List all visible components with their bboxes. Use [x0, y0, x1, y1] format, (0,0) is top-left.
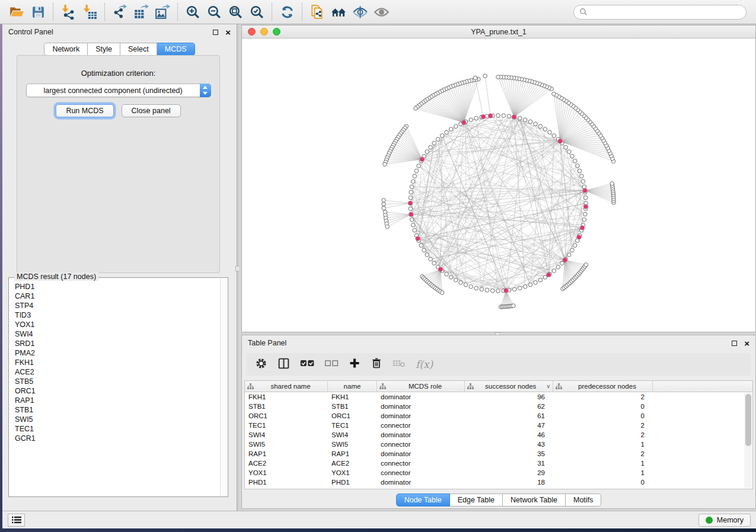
table-row[interactable]: ACE2ACE2connector311 — [245, 459, 752, 468]
table-settings-button[interactable] — [255, 357, 267, 372]
close-panel-icon[interactable]: × — [225, 30, 231, 35]
table-row[interactable]: SWI5SWI5connector431 — [245, 440, 752, 449]
task-history-button[interactable] — [8, 514, 25, 527]
mcds-result-item[interactable]: CAR1 — [10, 291, 220, 301]
close-panel-button[interactable]: Close panel — [122, 104, 181, 117]
network-graph[interactable] — [242, 39, 755, 332]
tab-network[interactable]: Network — [44, 43, 88, 56]
tab-node-table[interactable]: Node Table — [396, 493, 450, 507]
mcds-result-item[interactable]: TEC1 — [10, 424, 220, 434]
table-cell: 62 — [465, 402, 553, 411]
mcds-result-item[interactable]: ACE2 — [10, 367, 220, 377]
save-session-button[interactable] — [27, 2, 49, 22]
tab-style[interactable]: Style — [88, 43, 120, 56]
float-panel-icon[interactable] — [213, 30, 218, 35]
zoom-selected-button[interactable] — [246, 2, 267, 22]
table-row[interactable]: FKH1FKH1dominator962 — [245, 392, 752, 402]
table-cell: SWI4 — [245, 430, 328, 440]
mcds-result-item[interactable]: SWI4 — [10, 329, 220, 339]
search-field[interactable] — [573, 5, 747, 20]
mcds-result-item[interactable]: YOX1 — [10, 320, 220, 329]
toolbar-separator — [272, 3, 272, 21]
zoom-in-icon — [186, 5, 200, 20]
tab-network-table[interactable]: Network Table — [503, 493, 566, 507]
add-column-button[interactable] — [349, 357, 361, 371]
table-cell: ORC1 — [245, 411, 328, 421]
mcds-result-item[interactable]: PMA2 — [10, 348, 220, 358]
export-image-button[interactable] — [152, 2, 173, 22]
table-row[interactable]: RAP1RAP1dominator352 — [245, 449, 752, 459]
table-vscrollbar-thumb[interactable] — [745, 394, 751, 446]
refresh-button[interactable] — [276, 2, 298, 22]
table-row[interactable]: STB1STB1dominator620 — [245, 402, 752, 411]
tab-mcds[interactable]: MCDS — [157, 43, 195, 56]
table-cell: FKH1 — [245, 392, 328, 402]
mcds-result-item[interactable]: STP4 — [10, 301, 220, 310]
zoom-out-button[interactable] — [203, 2, 225, 22]
mcds-result-item[interactable]: TID3 — [10, 310, 220, 320]
search-input[interactable] — [591, 8, 741, 16]
duplicate-network-icon — [310, 4, 325, 20]
tab-select[interactable]: Select — [120, 43, 157, 56]
table-row[interactable]: PHD1PHD1dominator180 — [245, 477, 752, 487]
table-cell: 43 — [465, 440, 553, 449]
mcds-list-scrollbar[interactable] — [220, 278, 227, 496]
table-row[interactable]: SWI4SWI4dominator462 — [245, 430, 752, 440]
select-all-button[interactable] — [300, 358, 315, 370]
table-cell: YOX1 — [245, 468, 328, 477]
mcds-result-item[interactable]: RAP1 — [10, 396, 220, 405]
toolbar-separator — [53, 3, 53, 21]
mcds-result-item[interactable]: FKH1 — [10, 358, 220, 367]
right-area: YPA_prune.txt_1 Table Panel × — [239, 24, 756, 511]
memory-button[interactable]: Memory — [698, 514, 751, 527]
table-cell: connector — [377, 440, 465, 449]
tab-edge-table[interactable]: Edge Table — [450, 493, 503, 507]
table-row[interactable]: TEC1TEC1connector472 — [245, 421, 752, 430]
column-header-shared-name[interactable]: shared name — [245, 381, 328, 392]
column-visibility-button[interactable] — [277, 357, 290, 372]
table-row[interactable]: ORC1ORC1dominator610 — [245, 411, 752, 421]
column-header-name[interactable]: name — [328, 381, 377, 392]
table-cell: STB1 — [245, 402, 328, 411]
mcds-result-item[interactable]: SWI5 — [10, 415, 220, 424]
table-row[interactable]: YOX1YOX1connector291 — [245, 468, 752, 477]
deselect-all-button[interactable] — [325, 359, 339, 370]
delete-table-button[interactable] — [393, 358, 406, 370]
table-vscrollbar[interactable] — [744, 393, 752, 488]
search-icon — [579, 8, 588, 16]
mcds-result-item[interactable]: GCR1 — [10, 434, 220, 443]
column-header-predecessor-nodes[interactable]: predecessor nodes — [553, 381, 653, 392]
export-table-button[interactable] — [130, 2, 152, 22]
tab-motifs[interactable]: Motifs — [566, 493, 601, 507]
import-table-button[interactable] — [79, 2, 100, 22]
vizmapper-button[interactable] — [349, 2, 371, 22]
columns-icon — [277, 357, 290, 370]
mcds-result-item[interactable]: ORC1 — [10, 386, 220, 396]
close-panel-icon[interactable]: × — [744, 341, 749, 346]
table-cell: connector — [377, 459, 465, 468]
table-cell: 47 — [465, 421, 553, 430]
zoom-in-button[interactable] — [182, 2, 203, 22]
optimization-criterion-select[interactable]: largest connected component (undirected) — [26, 84, 211, 97]
mcds-result-item[interactable]: PHD1 — [10, 282, 220, 291]
function-builder-button[interactable]: f(x) — [416, 358, 433, 370]
mcds-result-item[interactable]: STB5 — [10, 377, 220, 386]
hide-button[interactable] — [371, 2, 392, 22]
mcds-result-list[interactable]: PHD1CAR1STP4TID3YOX1SWI4SRD1PMA2FKH1ACE2… — [10, 282, 220, 495]
duplicate-network-button[interactable] — [307, 2, 328, 22]
column-header-MCDS-role[interactable]: MCDS role — [377, 381, 465, 392]
mcds-result-item[interactable]: SRD1 — [10, 339, 220, 348]
show-all-networks-button[interactable] — [328, 2, 349, 22]
import-network-button[interactable] — [58, 2, 79, 22]
column-header-successor-nodes[interactable]: successor nodes∨ — [465, 381, 553, 392]
run-mcds-button[interactable]: Run MCDS — [56, 104, 113, 117]
mcds-result-item[interactable]: STB1 — [10, 405, 220, 415]
open-session-button[interactable] — [6, 2, 27, 22]
delete-column-button[interactable] — [371, 357, 382, 371]
network-canvas[interactable] — [242, 39, 755, 332]
table-cell: 29 — [465, 468, 553, 477]
export-network-button[interactable] — [109, 2, 130, 22]
zoom-fit-button[interactable] — [225, 2, 246, 22]
table-cell: dominator — [377, 411, 465, 421]
float-panel-icon[interactable] — [732, 341, 737, 346]
